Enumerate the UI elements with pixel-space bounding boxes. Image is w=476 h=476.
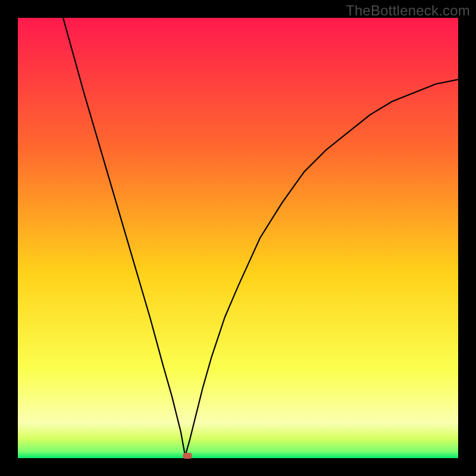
- gradient-background: [18, 18, 458, 458]
- watermark-text: TheBottleneck.com: [346, 2, 470, 19]
- minimum-marker-dot: [183, 453, 192, 459]
- chart-frame: TheBottleneck.com: [0, 0, 476, 476]
- bottleneck-chart: [18, 18, 458, 458]
